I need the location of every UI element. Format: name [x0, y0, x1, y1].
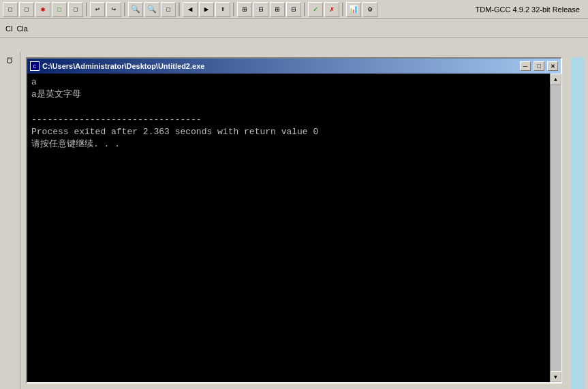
toolbar-btn-5[interactable]: ☐ [68, 2, 83, 17]
console-titlebar: C C:\Users\Administrator\Desktop\Untitle… [27, 59, 561, 74]
separator-4 [233, 3, 234, 16]
toolbar-btn-gear[interactable]: ⚙ [362, 2, 377, 17]
console-line-6: 请按任意键继续. . . [31, 138, 546, 151]
console-container: C C:\Users\Administrator\Desktop\Untitle… [20, 52, 568, 389]
toolbar-btn-13[interactable]: ⬆ [215, 2, 230, 17]
scrollbar-down-button[interactable]: ▼ [551, 371, 561, 382]
console-title: C:\Users\Administrator\Desktop\Untitled2… [42, 62, 517, 70]
console-window: C C:\Users\Administrator\Desktop\Untitle… [26, 57, 562, 384]
toolbar-btn-6[interactable]: ↩ [90, 2, 105, 17]
toolbar-btn-4[interactable]: ☐ [52, 2, 67, 17]
console-line-2: a是英文字母 [31, 89, 546, 101]
separator-3 [179, 3, 180, 16]
console-icon: C [30, 61, 40, 71]
toolbar-btn-x[interactable]: ✗ [324, 2, 339, 17]
separator-6 [342, 3, 343, 16]
console-text: a a是英文字母 -------------------------------… [31, 76, 546, 379]
toolbar-btn-chart[interactable]: 📊 [346, 2, 361, 17]
console-minimize-button[interactable]: ─ [520, 61, 531, 71]
toolbar-btn-9[interactable]: 🔍 [144, 2, 159, 17]
console-line-1: a [31, 76, 546, 89]
console-line-3 [31, 101, 546, 113]
toolbar-btn-3[interactable]: ✱ [35, 2, 50, 17]
console-maximize-button[interactable]: □ [533, 61, 544, 71]
console-body: a a是英文字母 -------------------------------… [27, 74, 550, 382]
toolbar-btn-10[interactable]: ☐ [161, 2, 176, 17]
left-sidebar: Cl [0, 52, 20, 389]
toolbar2-label2: Cla [16, 25, 28, 33]
console-content-area: a a是英文字母 -------------------------------… [27, 74, 561, 382]
toolbar2-label: Cl [3, 25, 15, 33]
right-panel [568, 52, 588, 389]
main-area: Cl C C:\Users\Administrator\Desktop\Unti… [0, 52, 588, 389]
toolbar-row-1: ☐ ☐ ✱ ☐ ☐ ↩ ↪ 🔍 🔍 ☐ ◀ ▶ ⬆ ⊞ ⊟ ⊞ ⊟ ✓ ✗ 📊 … [0, 0, 588, 19]
toolbar-row-2: Cl Cla [0, 19, 588, 38]
tab-area [0, 38, 588, 52]
toolbar-btn-7[interactable]: ↪ [106, 2, 121, 17]
console-line-4: -------------------------------- [31, 114, 546, 126]
console-close-button[interactable]: ✕ [547, 61, 558, 71]
toolbar-btn-11[interactable]: ◀ [183, 2, 198, 17]
toolbar-btn-8[interactable]: 🔍 [128, 2, 143, 17]
toolbar-btn-1[interactable]: ☐ [3, 2, 18, 17]
console-scrollbar[interactable]: ▲ ▼ [550, 74, 561, 382]
separator-5 [304, 3, 305, 16]
console-line-5: Process exited after 2.363 seconds with … [31, 126, 546, 138]
toolbar-btn-15[interactable]: ⊟ [253, 2, 268, 17]
right-panel-blue [571, 57, 585, 389]
scrollbar-track[interactable] [551, 84, 561, 371]
toolbar-btn-check[interactable]: ✓ [308, 2, 323, 17]
toolbar-btn-16[interactable]: ⊞ [270, 2, 285, 17]
sidebar-label: Cl [6, 57, 14, 63]
toolbar-btn-2[interactable]: ☐ [19, 2, 34, 17]
separator-1 [86, 3, 87, 16]
toolbar-btn-14[interactable]: ⊞ [237, 2, 252, 17]
separator-2 [124, 3, 125, 16]
toolbar-btn-12[interactable]: ▶ [199, 2, 214, 17]
scrollbar-up-button[interactable]: ▲ [551, 74, 561, 84]
compiler-label: TDM-GCC 4.9.2 32-bit Release [476, 5, 585, 14]
toolbar-btn-17[interactable]: ⊟ [286, 2, 301, 17]
